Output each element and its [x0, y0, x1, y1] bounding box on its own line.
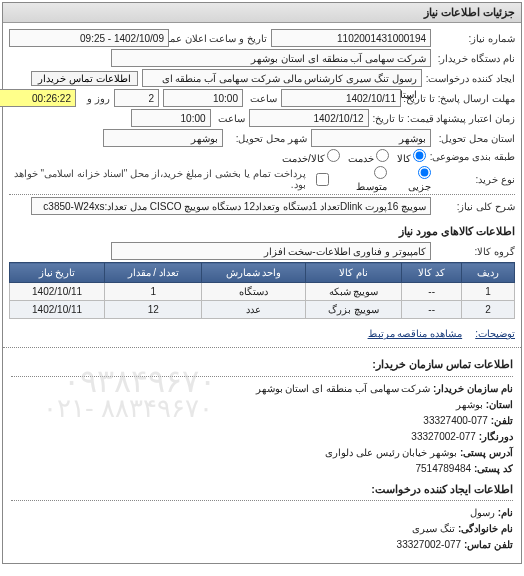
treasury-checkbox[interactable]	[316, 173, 329, 186]
c-fax-label: دورنگار:	[479, 431, 513, 442]
th-name: نام کالا	[305, 263, 401, 283]
stance-goods-option[interactable]: کالا	[397, 149, 426, 164]
price-valid-time: 10:00	[131, 109, 211, 127]
remaining-days: 2	[114, 89, 159, 107]
th-code: کد کالا	[402, 263, 462, 283]
c2-phone-label: تلفن تماس:	[464, 539, 513, 550]
buy-type-medium-radio[interactable]	[374, 166, 387, 179]
public-time-label: تاریخ و ساعت اعلان عمومی:	[173, 33, 267, 44]
th-row: ردیف	[462, 263, 515, 283]
cell-name: سوییچ شبکه	[305, 283, 401, 301]
price-valid-date: 1402/10/12	[249, 109, 369, 127]
table-row: 2 -- سوییچ بزرگ عدد 12 1402/10/11	[10, 301, 515, 319]
details-panel: جزئیات اطلاعات نیاز شماره نیاز: 11020014…	[2, 2, 522, 564]
separator-2	[3, 347, 521, 348]
buy-type-minor-option[interactable]: جزیی	[395, 166, 431, 192]
th-unit: واحد شمارش	[202, 263, 306, 283]
time-label-1: ساعت	[247, 93, 277, 104]
creator-label: ایجاد کننده درخواست:	[426, 73, 515, 84]
stance-service-text: خدمت	[348, 153, 374, 164]
cell-row: 1	[462, 283, 515, 301]
price-valid-label: زمان اعتبار پیشنهاد قیمت: تا تاریخ:	[373, 113, 515, 124]
req-no-value: 1102001431000194	[271, 29, 431, 47]
delivery-state-label: استان محل تحویل:	[435, 133, 515, 144]
buy-type-medium-text: متوسط	[356, 181, 387, 192]
table-row: 1 -- سوییچ شبکه دستگاه 1 1402/10/11	[10, 283, 515, 301]
cell-unit: عدد	[202, 301, 306, 319]
buy-type-label: نوع خرید:	[435, 174, 515, 185]
separator-1	[9, 194, 515, 195]
c-addr: بوشهر خیابان رئیس علی دلواری	[325, 447, 457, 458]
c-phone: 077-33327400	[423, 415, 488, 426]
c-org-label: نام سازمان خریدار:	[433, 383, 513, 394]
req-no-label: شماره نیاز:	[435, 33, 515, 44]
items-table: ردیف کد کالا نام کالا واحد شمارش تعداد /…	[9, 262, 515, 319]
stance-both-option[interactable]: کالا/خدمت	[282, 149, 340, 164]
deadline-send-date: 1402/10/11	[281, 89, 401, 107]
deadline-send-time: 10:00	[163, 89, 243, 107]
c-zip: 7514789484	[415, 463, 471, 474]
c2-name: رسول	[470, 507, 495, 518]
c-org: شرکت سهامی آب منطقه ای استان بوشهر	[256, 383, 431, 394]
subject-value: سوییچ 16پورت Dlinkتعداد 1دستگاه وتعداد12…	[31, 197, 431, 215]
contact-block: اطلاعات تماس سازمان خریدار: نام سازمان خ…	[3, 350, 521, 563]
public-time-value: 1402/10/09 - 09:25	[9, 29, 169, 47]
form-area: شماره نیاز: 1102001431000194 تاریخ و ساع…	[3, 23, 521, 221]
buy-type-radios: جزیی متوسط	[343, 166, 431, 192]
buy-type-minor-text: جزیی	[408, 181, 431, 192]
stance-goods-text: کالا	[397, 153, 411, 164]
contact2-heading: اطلاعات ایجاد کننده درخواست:	[11, 481, 513, 502]
group-label: گروه کالا:	[435, 246, 515, 257]
c2-phone: 077-33327002	[397, 539, 462, 550]
cell-qty: 12	[105, 301, 202, 319]
th-date: تاریخ نیاز	[10, 263, 105, 283]
buy-type-medium-option[interactable]: متوسط	[343, 166, 387, 192]
delivery-city-value: بوشهر	[103, 129, 223, 147]
table-header-row: ردیف کد کالا نام کالا واحد شمارش تعداد /…	[10, 263, 515, 283]
panel-title: جزئیات اطلاعات نیاز	[3, 3, 521, 23]
treasury-note: پرداخت تمام یا بخشی از مبلغ خرید،از محل …	[9, 168, 306, 190]
stance-both-text: کالا/خدمت	[282, 153, 325, 164]
stance-service-radio[interactable]	[376, 149, 389, 162]
deadline-send-label: مهلت ارسال پاسخ: تا تاریخ:	[405, 93, 515, 104]
items-heading: اطلاعات کالاهای مورد نیاز	[3, 221, 521, 240]
footer-links: توضیحات: مشاهده مناقصه مرتبط	[3, 325, 521, 345]
delivery-city-label: شهر محل تحویل:	[227, 133, 307, 144]
c-state: بوشهر	[456, 399, 483, 410]
specs-link[interactable]: توضیحات:	[475, 328, 515, 339]
buyer-org-value: شرکت سهامی آب منطقه ای استان بوشهر	[111, 49, 431, 67]
c2-family: تنگ سیری	[412, 523, 455, 534]
cell-date: 1402/10/11	[10, 301, 105, 319]
contact-heading: اطلاعات تماس سازمان خریدار:	[11, 356, 513, 377]
stance-goods-radio[interactable]	[413, 149, 426, 162]
cell-code: --	[402, 283, 462, 301]
stance-both-radio[interactable]	[327, 149, 340, 162]
cell-row: 2	[462, 301, 515, 319]
related-link[interactable]: مشاهده مناقصه مرتبط	[368, 328, 463, 339]
creator-value: رسول تنگ سیری کارشناس مالی شرکت سهامی آب…	[142, 69, 422, 87]
th-qty: تعداد / مقدار	[105, 263, 202, 283]
stance-service-option[interactable]: خدمت	[348, 149, 389, 164]
c-phone-label: تلفن:	[491, 415, 513, 426]
buyer-org-label: نام دستگاه خریدار:	[435, 53, 515, 64]
time-label-2: ساعت	[215, 113, 245, 124]
c2-family-label: نام خانوادگی:	[458, 523, 513, 534]
buyer-contact-button[interactable]: اطلاعات تماس خریدار	[31, 71, 138, 86]
cell-name: سوییچ بزرگ	[305, 301, 401, 319]
cell-unit: دستگاه	[202, 283, 306, 301]
c-zip-label: کد پستی:	[474, 463, 513, 474]
stance-label: طبقه بندی موضوعی:	[430, 151, 515, 162]
remaining-time: 00:26:22	[0, 89, 76, 107]
stance-radios: کالا خدمت کالا/خدمت	[282, 149, 426, 164]
buy-type-minor-radio[interactable]	[418, 166, 431, 179]
subject-label: شرح کلی نیاز:	[435, 201, 515, 212]
c-state-label: استان:	[486, 399, 513, 410]
cell-date: 1402/10/11	[10, 283, 105, 301]
c-addr-label: آدرس پستی:	[460, 447, 513, 458]
watermark-sub: ۸۸۳۴۹۶۷۰ -۰۲۱	[43, 388, 213, 430]
treasury-check-wrap: پرداخت تمام یا بخشی از مبلغ خرید،از محل …	[9, 168, 329, 190]
delivery-state-value: بوشهر	[311, 129, 431, 147]
cell-qty: 1	[105, 283, 202, 301]
c-fax: 077-33327002	[411, 431, 476, 442]
group-value: کامپیوتر و فناوری اطلاعات-سخت افزار	[111, 242, 431, 260]
